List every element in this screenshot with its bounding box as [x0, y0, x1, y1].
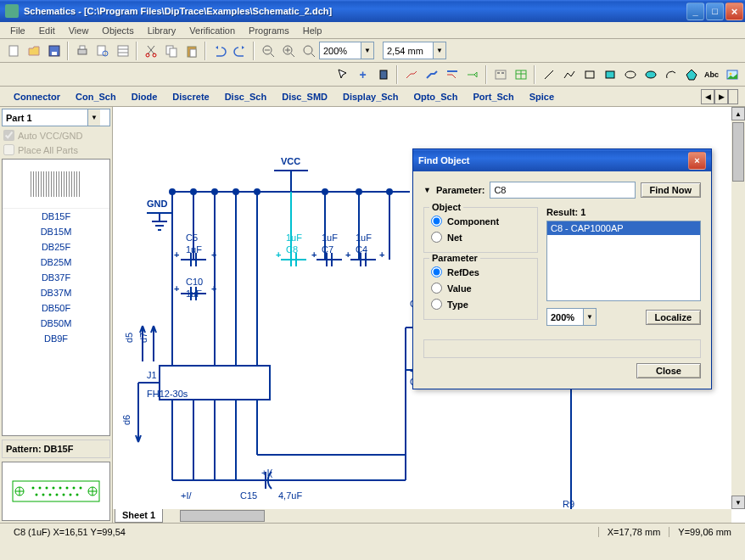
libstrip-menu-button[interactable] — [728, 89, 738, 104]
menu-view[interactable]: View — [62, 24, 96, 37]
fillellipse-button[interactable] — [641, 65, 660, 84]
list-item[interactable]: DB15M — [3, 224, 109, 239]
new-button[interactable] — [3, 42, 23, 60]
scroll-up-icon[interactable]: ▲ — [731, 107, 745, 120]
table-button[interactable] — [511, 65, 530, 84]
wire-button[interactable] — [401, 65, 421, 84]
paste-button[interactable] — [182, 42, 201, 60]
copy-button[interactable] — [161, 42, 181, 60]
libstrip-next-button[interactable]: ▶ — [714, 89, 728, 104]
redo-button[interactable] — [230, 42, 249, 60]
menu-programs[interactable]: Programs — [242, 24, 296, 37]
line-button[interactable] — [539, 65, 558, 84]
list-item[interactable]: DB25M — [3, 255, 109, 270]
library-tab[interactable]: Display_Sch — [336, 90, 405, 104]
hierarchy-button[interactable] — [490, 65, 510, 84]
component-radio[interactable]: Component — [431, 213, 530, 229]
rect-button[interactable] — [580, 65, 599, 84]
minimize-button[interactable]: _ — [686, 3, 704, 20]
zoom-in-button[interactable] — [278, 42, 298, 60]
zoom-out-button[interactable] — [258, 42, 277, 60]
scroll-down-icon[interactable]: ▼ — [731, 496, 745, 509]
vertical-scrollbar[interactable]: ▲ ▼ — [731, 107, 745, 509]
library-tab[interactable]: Port_Sch — [466, 90, 520, 104]
netport-button[interactable] — [462, 65, 482, 84]
library-tab[interactable]: Diode — [125, 90, 165, 104]
grid-combo[interactable]: ▼ — [383, 42, 446, 59]
dialog-close-button[interactable]: × — [688, 152, 706, 170]
library-tab[interactable]: Spice — [523, 90, 561, 104]
find-now-button[interactable]: Find Now — [641, 182, 702, 198]
result-list[interactable]: C8 - CAP1000AP — [546, 221, 701, 301]
grid-input[interactable] — [384, 46, 433, 56]
part-list[interactable]: DB15F DB15M DB25F DB25M DB37F DB37M DB50… — [2, 159, 110, 436]
busconn-button[interactable] — [442, 65, 462, 84]
maximize-button[interactable]: □ — [706, 3, 724, 20]
dialog-close-btn[interactable]: Close — [636, 363, 701, 378]
menu-objects[interactable]: Objects — [95, 24, 140, 37]
part-selector[interactable]: ▼ — [2, 109, 110, 126]
parameter-input[interactable] — [490, 182, 635, 199]
cut-button[interactable] — [141, 42, 160, 60]
libstrip-prev-button[interactable]: ◀ — [701, 89, 714, 104]
chevron-down-icon[interactable]: ▼ — [433, 42, 445, 59]
result-item[interactable]: C8 - CAP1000AP — [547, 221, 700, 235]
chevron-down-icon[interactable]: ▼ — [361, 42, 373, 59]
menu-file[interactable]: File — [3, 24, 32, 37]
save-button[interactable] — [44, 42, 64, 60]
fillrect-button[interactable] — [600, 65, 619, 84]
list-item[interactable]: DB9F — [3, 331, 109, 346]
zoom-input[interactable] — [320, 46, 361, 56]
net-radio[interactable]: Net — [431, 229, 530, 245]
preview-button[interactable] — [92, 42, 112, 60]
dialog-titlebar[interactable]: Find Object × — [413, 149, 711, 171]
poly-button[interactable] — [681, 65, 701, 84]
library-tab[interactable]: Discrete — [165, 90, 216, 104]
menu-edit[interactable]: Edit — [32, 24, 62, 37]
sheet-tab[interactable]: Sheet 1 — [115, 509, 163, 523]
image-button[interactable] — [722, 65, 742, 84]
part-selector-input[interactable] — [3, 113, 87, 123]
scrollbar-thumb[interactable] — [180, 510, 265, 522]
text-button[interactable]: Abc — [702, 65, 721, 84]
zoom-window-button[interactable] — [299, 42, 318, 60]
close-button[interactable]: × — [725, 3, 743, 20]
localize-button[interactable]: Localize — [646, 310, 701, 325]
scrollbar-thumb[interactable] — [732, 122, 744, 182]
library-tab[interactable]: Connector — [7, 90, 67, 104]
list-item[interactable]: DB37F — [3, 270, 109, 285]
print-button[interactable] — [72, 42, 92, 60]
type-radio[interactable]: Type — [431, 296, 530, 312]
library-tab[interactable]: Con_Sch — [69, 90, 123, 104]
library-tab[interactable]: Disc_SMD — [275, 90, 334, 104]
horizontal-scrollbar[interactable]: Sheet 1 — [113, 509, 731, 523]
menu-library[interactable]: Library — [141, 24, 183, 37]
library-tab[interactable]: Disc_Sch — [218, 90, 274, 104]
list-item[interactable]: DB50F — [3, 300, 109, 316]
polyline-button[interactable] — [559, 65, 579, 84]
ic-button[interactable] — [373, 65, 393, 84]
collapse-icon[interactable]: ▼ — [423, 186, 431, 194]
list-item[interactable]: DB25F — [3, 239, 109, 255]
menu-verification[interactable]: Verification — [182, 24, 242, 37]
open-button[interactable] — [24, 42, 43, 60]
titleblock-button[interactable] — [113, 42, 132, 60]
chevron-down-icon[interactable]: ▼ — [87, 109, 100, 126]
list-item[interactable]: DB50M — [3, 316, 109, 331]
refdes-radio[interactable]: RefDes — [431, 264, 530, 280]
dialog-zoom-combo[interactable]: ▼ — [546, 308, 597, 326]
library-tab[interactable]: Opto_Sch — [406, 90, 464, 104]
chevron-down-icon[interactable]: ▼ — [583, 309, 596, 325]
bus-button[interactable] — [422, 65, 441, 84]
list-item[interactable]: DB15F — [3, 209, 109, 224]
undo-button[interactable] — [210, 42, 229, 60]
dialog-zoom-input[interactable] — [547, 312, 583, 322]
value-radio[interactable]: Value — [431, 280, 530, 296]
pointer-button[interactable] — [333, 65, 352, 84]
ellipse-button[interactable] — [620, 65, 640, 84]
component-button[interactable]: + — [353, 65, 372, 84]
list-item[interactable]: DB37M — [3, 285, 109, 300]
arc-button[interactable] — [661, 65, 681, 84]
menu-help[interactable]: Help — [296, 24, 329, 37]
zoom-combo[interactable]: ▼ — [319, 42, 374, 59]
